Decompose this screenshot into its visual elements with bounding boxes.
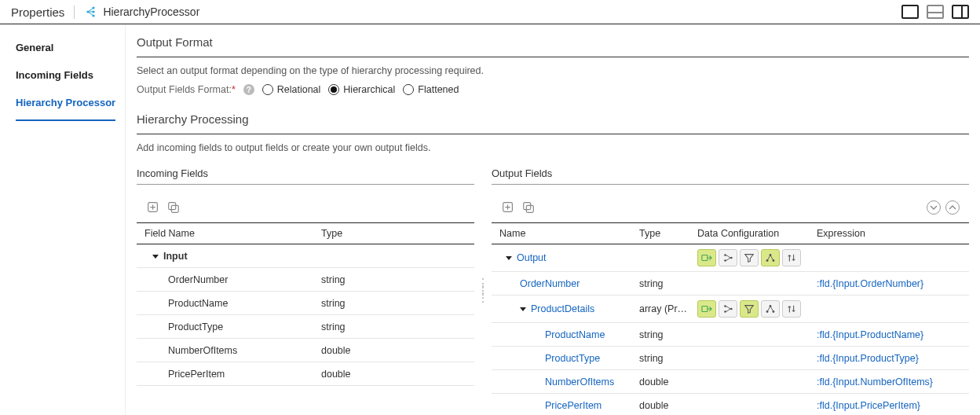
hierarchy-processing-desc: Add incoming fields to output fields or … [137,142,969,153]
output-name-cell: ProductType [499,353,639,364]
output-field-link[interactable]: Output [517,252,547,263]
incoming-row[interactable]: OrderNumber string [137,268,474,292]
output-row[interactable]: ProductDetailsarray (Pr… [492,296,969,323]
output-expression[interactable]: :fld.{Input.PricePerItem} [812,400,961,411]
output-row[interactable]: ProductTypestring:fld.{Input.ProductType… [492,347,969,370]
col-type: Type [321,228,466,239]
field-type: double [321,345,466,356]
incoming-group-row[interactable]: Input [137,244,474,268]
svg-rect-17 [702,307,708,312]
layout-split-v-button[interactable] [952,5,969,19]
svg-rect-10 [702,255,708,261]
node-name: HierarchyProcessor [86,6,199,18]
output-expression[interactable]: :fld.{Input.OrderNumber} [812,278,961,289]
output-format-desc: Select an output format depending on the… [137,65,969,76]
field-type: string [321,321,466,332]
panel-header: Properties HierarchyProcessor [0,0,980,24]
main-content: Output Format Select an output format de… [126,24,980,415]
col-field-name: Field Name [144,228,321,239]
output-field-link[interactable]: OrderNumber [520,278,580,289]
svg-rect-5 [169,203,176,210]
output-type-cell: string [639,278,694,289]
data-source-icon[interactable] [697,300,716,318]
output-format-label: Output Fields Format: [137,84,232,95]
output-expression[interactable]: :fld.{Input.ProductType} [812,353,961,364]
col-output-type: Type [639,228,694,239]
output-row[interactable]: PricePerItemdouble:fld.{Input.PricePerIt… [492,394,969,415]
column-drag-handle[interactable]: ⋮⋮⋮ [477,164,488,415]
field-name: ProductType [144,321,321,332]
output-name-cell: Output [499,252,639,263]
add-output-icon[interactable] [501,200,515,215]
hierarchy-processing-title: Hierarchy Processing [137,109,969,132]
order-by-icon[interactable] [782,300,801,318]
incoming-row[interactable]: ProductName string [137,292,474,315]
output-name-cell: NumberOfItems [499,376,639,387]
filter-icon[interactable] [740,249,759,266]
svg-rect-6 [171,205,178,212]
hierarchy-processor-icon [86,6,98,18]
expand-all-button[interactable] [927,200,941,215]
col-output-expr: Expression [812,228,961,239]
layout-split-h-button[interactable] [927,5,944,19]
data-source-icon[interactable] [697,249,716,266]
copy-output-icon[interactable] [521,200,536,215]
output-row[interactable]: Output [492,244,969,272]
sidebar-item-incoming-fields[interactable]: Incoming Fields [16,64,119,92]
incoming-row[interactable]: NumberOfItems double [137,339,474,362]
output-field-link[interactable]: ProductType [545,353,600,364]
join-icon[interactable] [719,300,737,318]
sidebar-item-general[interactable]: General [16,37,119,64]
incoming-row[interactable]: PricePerItem double [137,362,474,386]
output-cfg-cell [694,300,812,318]
field-type: string [321,274,466,285]
copy-field-icon[interactable] [166,200,181,215]
field-name: ProductName [144,298,321,309]
output-type-cell: string [639,353,694,364]
collapse-all-button[interactable] [945,200,960,215]
output-row[interactable]: ProductNamestring:fld.{Input.ProductName… [492,323,969,347]
help-icon[interactable]: ? [243,84,254,95]
output-type-cell: double [639,400,694,411]
output-type-cell: array (Pr… [639,303,694,314]
join-icon[interactable] [719,249,737,266]
field-type: double [321,369,466,380]
field-type: string [321,298,466,309]
output-expression[interactable]: :fld.{Input.ProductName} [812,329,961,340]
layout-full-button[interactable] [901,5,919,19]
radio-flattened[interactable]: Flattened [403,84,459,95]
output-field-link[interactable]: NumberOfItems [545,376,614,387]
field-name: PricePerItem [144,369,321,380]
svg-rect-8 [524,203,531,210]
output-field-link[interactable]: PricePerItem [545,400,602,411]
output-format-title: Output Format [137,32,969,55]
group-by-icon[interactable] [761,249,780,266]
group-by-icon[interactable] [761,300,780,318]
output-name-cell: ProductName [499,329,639,340]
output-field-link[interactable]: ProductDetails [531,303,594,314]
output-type-cell: string [639,329,694,340]
panel-title: Properties [11,6,75,19]
add-field-icon[interactable] [146,200,160,215]
radio-hierarchical[interactable]: Hierarchical [328,84,395,95]
caret-down-icon [520,307,526,311]
order-by-icon[interactable] [782,249,801,266]
output-format-row: Output Fields Format:* ? Relational Hier… [137,84,969,95]
incoming-row[interactable]: ProductType string [137,315,474,339]
col-output-cfg: Data Configuration [694,228,812,239]
col-output-name: Name [499,228,639,239]
output-expression[interactable]: :fld.{Input.NumberOfItems} [812,376,961,387]
sidebar-item-hierarchy-processor[interactable]: Hierarchy Processor [16,92,115,121]
output-name-cell: PricePerItem [499,400,639,411]
output-cfg-cell [694,249,812,266]
filter-icon[interactable] [740,300,759,318]
output-name-cell: ProductDetails [499,303,639,314]
radio-relational[interactable]: Relational [262,84,321,95]
output-row[interactable]: NumberOfItemsdouble:fld.{Input.NumberOfI… [492,370,969,394]
node-name-text: HierarchyProcessor [103,6,199,18]
sidebar: General Incoming Fields Hierarchy Proces… [0,24,126,415]
caret-down-icon [506,256,512,260]
output-row[interactable]: OrderNumberstring:fld.{Input.OrderNumber… [492,272,969,296]
field-name: NumberOfItems [144,345,321,356]
output-field-link[interactable]: ProductName [545,329,605,340]
